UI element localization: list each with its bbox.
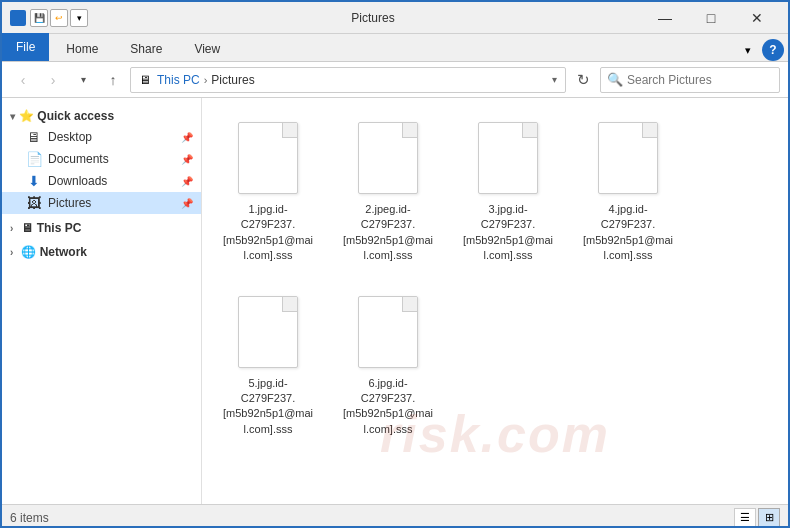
- qs-save[interactable]: 💾: [30, 9, 48, 27]
- pin-icon-documents: 📌: [181, 154, 193, 165]
- sidebar-section-label-network: 🌐 Network: [21, 245, 87, 259]
- sidebar-item-downloads[interactable]: ⬇ Downloads 📌: [2, 170, 201, 192]
- recent-button[interactable]: ▾: [70, 67, 96, 93]
- file-name: 6.jpg.id-C279F237.[m5b92n5p1@mail.com].s…: [342, 376, 434, 438]
- sidebar-header-network[interactable]: › 🌐 Network: [2, 242, 201, 262]
- main-layout: ▾ ⭐ Quick access 🖥 Desktop 📌 📄 Documents…: [2, 98, 788, 504]
- pictures-icon: 🖼: [26, 195, 42, 211]
- file-name: 4.jpg.id-C279F237.[m5b92n5p1@mail.com].s…: [582, 202, 674, 264]
- search-icon: 🔍: [607, 72, 623, 87]
- sidebar-item-documents[interactable]: 📄 Documents 📌: [2, 148, 201, 170]
- sidebar-item-label-pictures: Pictures: [48, 196, 91, 210]
- file-item[interactable]: 5.jpg.id-C279F237.[m5b92n5p1@mail.com].s…: [218, 288, 318, 442]
- sidebar-section-quickaccess: ▾ ⭐ Quick access 🖥 Desktop 📌 📄 Documents…: [2, 106, 201, 214]
- tab-view[interactable]: View: [179, 35, 235, 61]
- help-button[interactable]: ?: [762, 39, 784, 61]
- chevron-right-icon: ›: [10, 223, 13, 234]
- ribbon-right: ▾ ?: [738, 39, 788, 61]
- ribbon-tabs: File Home Share View ▾ ?: [2, 34, 788, 62]
- file-page-icon: [358, 296, 418, 368]
- pin-icon-downloads: 📌: [181, 176, 193, 187]
- sidebar: ▾ ⭐ Quick access 🖥 Desktop 📌 📄 Documents…: [2, 98, 202, 504]
- file-grid: 1.jpg.id-C279F237.[m5b92n5p1@mail.com].s…: [218, 114, 772, 441]
- refresh-button[interactable]: ↻: [570, 67, 596, 93]
- minimize-button[interactable]: —: [642, 2, 688, 34]
- documents-icon: 📄: [26, 151, 42, 167]
- chevron-right-icon-network: ›: [10, 247, 13, 258]
- tab-home[interactable]: Home: [51, 35, 113, 61]
- sidebar-header-thispc[interactable]: › 🖥 This PC: [2, 218, 201, 238]
- file-page-icon: [358, 122, 418, 194]
- sidebar-section-thispc: › 🖥 This PC: [2, 218, 201, 238]
- file-page-icon: [598, 122, 658, 194]
- view-buttons: ☰ ⊞: [734, 508, 780, 528]
- file-icon-container: [352, 292, 424, 372]
- sidebar-item-label-desktop: Desktop: [48, 130, 92, 144]
- view-list-button[interactable]: ☰: [734, 508, 756, 528]
- file-name: 5.jpg.id-C279F237.[m5b92n5p1@mail.com].s…: [222, 376, 314, 438]
- search-box[interactable]: 🔍: [600, 67, 780, 93]
- file-name: 3.jpg.id-C279F237.[m5b92n5p1@mail.com].s…: [462, 202, 554, 264]
- file-item[interactable]: 2.jpeg.id-C279F237.[m5b92n5p1@mail.com].…: [338, 114, 438, 268]
- pin-icon-pictures: 📌: [181, 198, 193, 209]
- file-icon-container: [232, 118, 304, 198]
- downloads-icon: ⬇: [26, 173, 42, 189]
- sidebar-section-label-thispc: 🖥 This PC: [21, 221, 81, 235]
- tab-file[interactable]: File: [2, 33, 49, 61]
- content-area: risk.com 1.jpg.id-C279F237.[m5b92n5p1@ma…: [202, 98, 788, 504]
- path-dropdown-icon[interactable]: ▾: [552, 74, 557, 85]
- sidebar-header-quickaccess[interactable]: ▾ ⭐ Quick access: [2, 106, 201, 126]
- file-icon-container: [472, 118, 544, 198]
- app-icon: [10, 10, 26, 26]
- window-title: Pictures: [104, 11, 642, 25]
- status-bar: 6 items ☰ ⊞: [2, 504, 788, 528]
- sidebar-item-label-downloads: Downloads: [48, 174, 107, 188]
- file-page-icon: [238, 296, 298, 368]
- view-grid-button[interactable]: ⊞: [758, 508, 780, 528]
- back-button[interactable]: ‹: [10, 67, 36, 93]
- file-item[interactable]: 3.jpg.id-C279F237.[m5b92n5p1@mail.com].s…: [458, 114, 558, 268]
- window-controls: — □ ✕: [642, 2, 780, 34]
- item-count: 6 items: [10, 511, 49, 525]
- path-icon: 🖥: [139, 73, 151, 87]
- forward-button[interactable]: ›: [40, 67, 66, 93]
- qs-dropdown[interactable]: ▾: [70, 9, 88, 27]
- path-this-pc[interactable]: This PC: [157, 73, 200, 87]
- desktop-icon: 🖥: [26, 129, 42, 145]
- sidebar-section-network: › 🌐 Network: [2, 242, 201, 262]
- sidebar-item-pictures[interactable]: 🖼 Pictures 📌: [2, 192, 201, 214]
- file-name: 1.jpg.id-C279F237.[m5b92n5p1@mail.com].s…: [222, 202, 314, 264]
- sidebar-item-label-documents: Documents: [48, 152, 109, 166]
- sidebar-section-label-quickaccess: ⭐ Quick access: [19, 109, 114, 123]
- chevron-down-icon: ▾: [10, 111, 15, 122]
- sidebar-item-desktop[interactable]: 🖥 Desktop 📌: [2, 126, 201, 148]
- file-icon-container: [592, 118, 664, 198]
- title-bar: 💾 ↩ ▾ Pictures — □ ✕: [2, 2, 788, 34]
- path-pictures: Pictures: [211, 73, 254, 87]
- file-page-icon: [238, 122, 298, 194]
- address-actions: ↻: [570, 67, 596, 93]
- address-bar: ‹ › ▾ ↑ 🖥 This PC › Pictures ▾ ↻ 🔍: [2, 62, 788, 98]
- quick-save-buttons: 💾 ↩ ▾: [30, 9, 88, 27]
- search-input[interactable]: [627, 73, 777, 87]
- file-item[interactable]: 6.jpg.id-C279F237.[m5b92n5p1@mail.com].s…: [338, 288, 438, 442]
- qs-undo[interactable]: ↩: [50, 9, 68, 27]
- file-item[interactable]: 1.jpg.id-C279F237.[m5b92n5p1@mail.com].s…: [218, 114, 318, 268]
- pin-icon-desktop: 📌: [181, 132, 193, 143]
- title-bar-icons: 💾 ↩ ▾: [10, 9, 96, 27]
- path-separator: ›: [204, 74, 208, 86]
- maximize-button[interactable]: □: [688, 2, 734, 34]
- address-path[interactable]: 🖥 This PC › Pictures ▾: [130, 67, 566, 93]
- close-button[interactable]: ✕: [734, 2, 780, 34]
- file-icon-container: [352, 118, 424, 198]
- file-page-icon: [478, 122, 538, 194]
- file-icon-container: [232, 292, 304, 372]
- tab-share[interactable]: Share: [115, 35, 177, 61]
- file-name: 2.jpeg.id-C279F237.[m5b92n5p1@mail.com].…: [342, 202, 434, 264]
- ribbon-expand-button[interactable]: ▾: [738, 40, 758, 60]
- up-button[interactable]: ↑: [100, 67, 126, 93]
- file-item[interactable]: 4.jpg.id-C279F237.[m5b92n5p1@mail.com].s…: [578, 114, 678, 268]
